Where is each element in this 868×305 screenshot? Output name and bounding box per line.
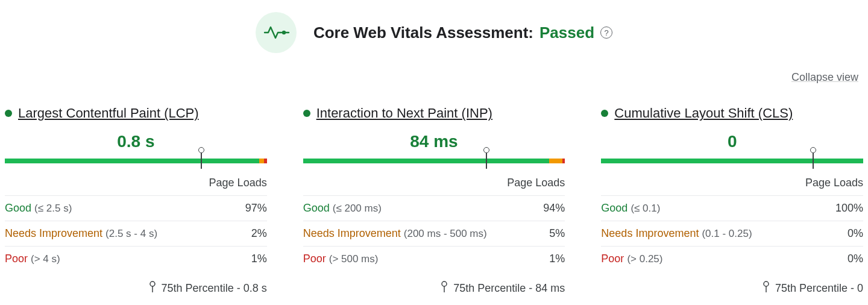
percentile-marker-icon bbox=[486, 152, 487, 169]
percentile-footer: 75th Percentile - 84 ms bbox=[303, 281, 565, 296]
assessment-title-prefix: Core Web Vitals Assessment: bbox=[313, 24, 533, 42]
metric-row-ni: Needs Improvement (2.5 s - 4 s) 2% bbox=[5, 221, 267, 246]
percentile-footer: 75th Percentile - 0.8 s bbox=[5, 281, 267, 296]
metric-title-link[interactable]: Largest Contentful Paint (LCP) bbox=[18, 105, 199, 121]
metric-row-good: Good (≤ 0.1) 100% bbox=[601, 195, 863, 221]
distribution-bar bbox=[5, 154, 267, 166]
metric-row-ni: Needs Improvement (200 ms - 500 ms) 5% bbox=[303, 221, 565, 246]
status-dot-icon bbox=[303, 110, 310, 117]
pin-icon bbox=[440, 281, 448, 296]
metrics-cards: Largest Contentful Paint (LCP) 0.8 s Pag… bbox=[5, 105, 863, 305]
metric-value: 84 ms bbox=[303, 132, 565, 151]
svg-point-6 bbox=[764, 281, 769, 286]
status-dot-icon bbox=[601, 110, 608, 117]
page-loads-header: Page Loads bbox=[5, 177, 267, 189]
assessment-title-line: Core Web Vitals Assessment: Passed ? bbox=[313, 24, 612, 42]
metric-row-poor: Poor (> 500 ms) 1% bbox=[303, 246, 565, 271]
metric-title-link[interactable]: Interaction to Next Paint (INP) bbox=[316, 105, 492, 121]
distribution-bar bbox=[303, 154, 565, 166]
pulse-icon bbox=[256, 12, 297, 53]
metric-card: Interaction to Next Paint (INP) 84 ms Pa… bbox=[303, 105, 565, 305]
metric-card: Largest Contentful Paint (LCP) 0.8 s Pag… bbox=[5, 105, 267, 305]
collapse-view-link[interactable]: Collapse view bbox=[791, 71, 858, 83]
page-loads-header: Page Loads bbox=[601, 177, 863, 189]
assessment-header: Core Web Vitals Assessment: Passed ? bbox=[5, 12, 863, 53]
svg-point-2 bbox=[150, 281, 155, 286]
percentile-marker-icon bbox=[813, 152, 814, 169]
metric-row-poor: Poor (> 0.25) 0% bbox=[601, 246, 863, 271]
metric-row-good: Good (≤ 2.5 s) 97% bbox=[5, 195, 267, 221]
status-dot-icon bbox=[5, 110, 12, 117]
assessment-status: Passed bbox=[539, 24, 594, 42]
help-icon[interactable]: ? bbox=[600, 27, 612, 39]
metric-title-link[interactable]: Cumulative Layout Shift (CLS) bbox=[614, 105, 793, 121]
pin-icon bbox=[148, 281, 157, 296]
percentile-marker-icon bbox=[201, 152, 202, 169]
metric-value: 0.8 s bbox=[5, 132, 267, 151]
distribution-bar bbox=[601, 154, 863, 166]
metric-row-poor: Poor (> 4 s) 1% bbox=[5, 246, 267, 271]
metric-row-ni: Needs Improvement (0.1 - 0.25) 0% bbox=[601, 221, 863, 246]
page-loads-header: Page Loads bbox=[303, 177, 565, 189]
metric-value: 0 bbox=[601, 132, 863, 151]
metric-card: Cumulative Layout Shift (CLS) 0 Page Loa… bbox=[601, 105, 863, 305]
percentile-footer: 75th Percentile - 0 bbox=[601, 281, 863, 296]
svg-point-4 bbox=[442, 281, 447, 286]
metric-row-good: Good (≤ 200 ms) 94% bbox=[303, 195, 565, 221]
pin-icon bbox=[762, 281, 770, 296]
